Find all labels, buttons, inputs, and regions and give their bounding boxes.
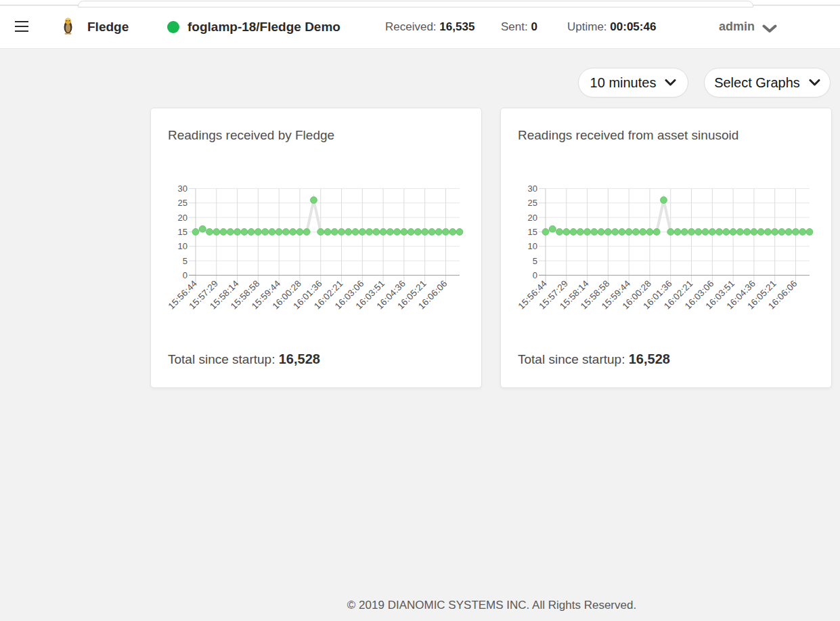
menu-hamburger-icon[interactable]	[15, 21, 28, 32]
line-chart[interactable]: 05101520253015:56:4415:57:2915:58:1415:5…	[501, 165, 832, 333]
chart-card-readings-fledge: Readings received by Fledge 051015202530…	[150, 108, 482, 388]
time-window-label: 10 minutes	[590, 75, 657, 91]
time-window-dropdown[interactable]: 10 minutes	[578, 68, 688, 98]
svg-text:25: 25	[528, 198, 537, 208]
user-menu-chevron-icon[interactable]	[762, 24, 777, 33]
svg-text:20: 20	[178, 213, 187, 223]
total-since-startup: Total since startup: 16,528	[168, 351, 320, 367]
top-navbar: Fledge foglamp-18/Fledge Demo Received: …	[0, 6, 840, 49]
fledge-logo-icon	[64, 18, 72, 35]
svg-text:30: 30	[178, 184, 187, 194]
chart-title: Readings received by Fledge	[168, 128, 334, 143]
total-value: 16,528	[629, 351, 670, 366]
svg-text:20: 20	[528, 213, 537, 223]
svg-text:30: 30	[528, 184, 537, 194]
chevron-down-icon	[665, 79, 676, 86]
top-edge-strip	[0, 0, 840, 5]
svg-text:15: 15	[528, 227, 537, 237]
stat-received-label: Received:	[385, 20, 437, 33]
select-graphs-dropdown[interactable]: Select Graphs	[704, 68, 831, 98]
footer-copyright: © 2019 DIANOMIC SYSTEMS INC. All Rights …	[143, 599, 840, 612]
chart-title: Readings received from asset sinusoid	[518, 128, 738, 143]
svg-text:15: 15	[178, 227, 187, 237]
top-rounded-box	[78, 1, 753, 7]
svg-text:5: 5	[183, 256, 187, 266]
svg-text:10: 10	[178, 241, 187, 251]
stat-received-value: 16,535	[439, 20, 474, 33]
total-label: Total since startup:	[518, 352, 625, 366]
service-status-dot	[167, 21, 179, 33]
chevron-down-icon	[809, 79, 820, 86]
svg-text:0: 0	[183, 270, 187, 280]
total-since-startup: Total since startup: 16,528	[518, 351, 670, 367]
brand-title: Fledge	[87, 20, 129, 35]
line-chart[interactable]: 05101520253015:56:4415:57:2915:58:1415:5…	[151, 165, 482, 333]
chart-card-readings-sinusoid: Readings received from asset sinusoid 05…	[500, 108, 832, 388]
user-menu-button[interactable]: admin	[719, 20, 755, 34]
stat-sent-value: 0	[531, 20, 537, 33]
service-name: foglamp-18/Fledge Demo	[187, 20, 340, 35]
stat-sent-label: Sent:	[501, 20, 528, 33]
total-value: 16,528	[279, 351, 320, 366]
stat-received: Received: 16,535	[385, 20, 474, 34]
svg-text:10: 10	[528, 241, 537, 251]
svg-text:5: 5	[533, 256, 537, 266]
svg-text:25: 25	[178, 198, 187, 208]
stat-uptime-value: 00:05:46	[610, 20, 656, 33]
stat-uptime-label: Uptime:	[567, 20, 607, 33]
svg-text:0: 0	[533, 270, 537, 280]
stat-sent: Sent: 0	[501, 20, 537, 34]
stat-uptime: Uptime: 00:05:46	[567, 20, 656, 34]
total-label: Total since startup:	[168, 352, 275, 366]
select-graphs-label: Select Graphs	[714, 75, 800, 91]
